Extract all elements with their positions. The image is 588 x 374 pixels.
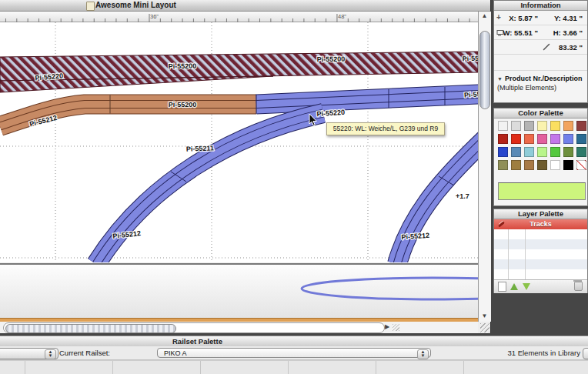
position-row: + X: 5.87 " Y: 4.31 " <box>494 11 587 25</box>
color-swatch[interactable] <box>550 160 560 170</box>
track-label: +1.7 <box>456 192 469 200</box>
color-swatch[interactable] <box>576 134 586 144</box>
information-panel-header: Information <box>494 1 587 11</box>
color-swatch[interactable] <box>511 134 521 144</box>
height-value: H: 3.66 " <box>553 28 583 37</box>
length-icon <box>543 43 550 52</box>
ruler-label-48: 48" <box>338 13 346 20</box>
hatched-track[interactable] <box>0 52 478 92</box>
track-pi55220-selected[interactable] <box>256 87 478 114</box>
window-titlebar[interactable]: Awesome Mini Layout <box>0 0 490 12</box>
vertical-scrollbar-thumb[interactable] <box>479 31 490 109</box>
track-label: Pi-55200 <box>317 55 346 64</box>
horizontal-scrollbar-row: ▶ <box>0 322 478 333</box>
color-swatch[interactable] <box>563 134 573 144</box>
color-swatch[interactable] <box>524 134 534 144</box>
product-section-title[interactable]: ▼Product Nr./Description <box>494 71 587 82</box>
layer-toolbar <box>494 279 587 293</box>
disclosure-triangle-icon[interactable]: ▼ <box>497 76 503 82</box>
color-swatch[interactable] <box>524 121 534 131</box>
color-swatch[interactable] <box>550 134 560 144</box>
track-plan-svg: Pi-55220Pi-55200Pi-55200Pi-552Pi-55200Pi… <box>0 22 478 262</box>
layer-column-divider <box>508 229 509 279</box>
move-layer-up-icon[interactable] <box>510 283 518 290</box>
layer-tool-icon <box>498 221 505 227</box>
stepper-arrows-icon: ▲▼ <box>45 349 56 359</box>
track-label: Pi-55 <box>464 90 478 99</box>
document-icon <box>86 2 95 11</box>
color-swatch[interactable] <box>511 160 521 170</box>
library-button-cut[interactable] <box>583 348 588 359</box>
color-swatch[interactable] <box>524 147 534 157</box>
window-title: Awesome Mini Layout <box>95 1 176 9</box>
information-panel: Information + X: 5.87 " Y: 4.31 " W: 55.… <box>493 0 588 103</box>
track-arc-left-selected[interactable] <box>96 113 323 262</box>
color-swatch[interactable] <box>537 160 547 170</box>
color-swatch[interactable] <box>576 147 586 157</box>
product-title-text: Product Nr./Description <box>505 75 583 82</box>
color-swatch[interactable] <box>498 147 508 157</box>
window-resize-grip[interactable] <box>480 323 489 332</box>
horizontal-scrollbar-thumb[interactable] <box>5 324 176 333</box>
length-value: 83.32 " <box>559 43 583 52</box>
ruler-ticks-svg: 36" 48" <box>0 12 478 22</box>
color-swatch[interactable] <box>576 160 586 170</box>
color-swatch[interactable] <box>498 134 508 144</box>
horizontal-scrollbar[interactable] <box>3 322 385 333</box>
vertical-scrollbar[interactable]: ▲ ▼ <box>478 12 491 322</box>
layer-palette-panel: Layer Palette Tracks <box>493 209 588 293</box>
preview-oval-svg <box>0 265 478 322</box>
track-label: Pi-55212 <box>401 232 429 242</box>
color-swatch[interactable] <box>576 121 586 131</box>
layout-preview-pane <box>0 263 478 322</box>
color-swatch[interactable] <box>563 160 573 170</box>
color-swatch[interactable] <box>537 121 547 131</box>
size-row: W: 55.51 " H: 3.66 " <box>494 25 587 40</box>
color-swatch[interactable] <box>563 121 573 131</box>
position-icon: + <box>496 14 504 22</box>
layer-list-empty-rows[interactable] <box>494 229 587 279</box>
scroll-up-arrow[interactable]: ▲ <box>479 12 490 22</box>
delete-layer-icon[interactable] <box>574 282 583 291</box>
pane-resize-grip[interactable] <box>393 324 399 331</box>
track-arc-right-selected[interactable] <box>397 138 478 262</box>
color-swatch[interactable] <box>524 160 534 170</box>
color-swatch[interactable] <box>563 147 573 157</box>
railset-controls-row: ▲▼ Current Railset: PIKO A ▲▼ 31 Element… <box>0 346 588 360</box>
color-swatch[interactable] <box>550 121 560 131</box>
color-swatch[interactable] <box>550 147 560 157</box>
length-row: 83.32 " <box>494 40 587 55</box>
new-layer-icon[interactable] <box>498 282 506 292</box>
preview-track-oval <box>302 278 478 299</box>
track-label: Pi-55220 <box>316 109 345 119</box>
scale-popup-cut[interactable]: ▲▼ <box>0 348 58 359</box>
track-tooltip: 55220: WL: Weiche/L, G239 und R9 <box>326 122 445 135</box>
railset-dropdown[interactable]: PIKO A ▲▼ <box>157 348 431 358</box>
move-layer-down-icon[interactable] <box>523 283 530 290</box>
color-swatch[interactable] <box>537 134 547 144</box>
color-swatch[interactable] <box>511 147 521 157</box>
ruler-label-36: 36" <box>150 13 159 20</box>
railset-palette-titlebar[interactable]: Railset Palette <box>0 336 588 347</box>
color-swatch[interactable] <box>498 160 508 170</box>
selected-color-swatch[interactable] <box>498 182 586 200</box>
app-screen: Awesome Mini Layout 36" 48" <box>0 0 588 374</box>
track-label: Pi-552 <box>462 55 478 63</box>
color-swatch[interactable] <box>537 147 547 157</box>
current-railset-label: Current Railset: <box>59 349 110 357</box>
track-label: Pi-55200 <box>169 101 197 109</box>
track-plan-canvas[interactable]: Pi-55220Pi-55200Pi-55200Pi-552Pi-55200Pi… <box>0 22 478 262</box>
product-description: (Multiple Elements) <box>494 82 587 92</box>
layer-row-tracks[interactable]: Tracks <box>494 219 587 229</box>
layer-name: Tracks <box>530 220 552 228</box>
library-cells-row[interactable] <box>0 360 588 374</box>
scroll-down-arrow[interactable]: ▼ <box>479 312 490 322</box>
scroll-right-arrow[interactable]: ▶ <box>385 322 389 332</box>
library-count: 31 Elements in Library <box>507 349 580 357</box>
horizontal-ruler: 36" 48" <box>0 12 478 22</box>
color-swatch[interactable] <box>511 121 521 131</box>
color-palette-panel: Color Palette <box>493 108 588 206</box>
color-swatch[interactable] <box>498 121 508 131</box>
layer-palette-header: Layer Palette <box>494 209 587 219</box>
track-label: Pi-55211 <box>186 144 214 152</box>
